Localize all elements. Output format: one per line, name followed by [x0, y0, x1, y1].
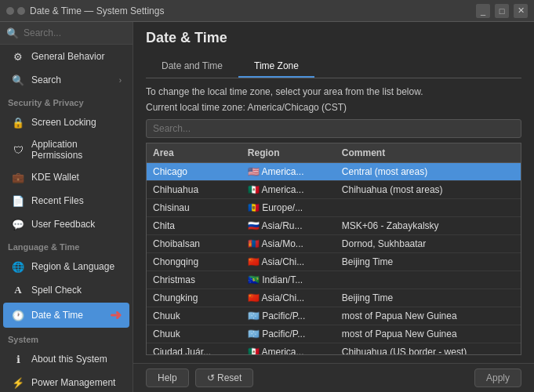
main-content: 🔍 ☰ ⚙ General Behavior 🔍 Search › Securi…	[0, 22, 534, 392]
sidebar-item-recent-files[interactable]: 📄 Recent Files	[3, 190, 129, 212]
cell-area: Chisinau	[147, 199, 242, 217]
cell-area: Chuuk	[147, 307, 242, 325]
table-row[interactable]: Chungking 🇨🇳 Asia/Chi... Beijing Time	[147, 289, 521, 307]
help-button[interactable]: Help	[146, 368, 189, 387]
red-arrow-icon: ➜	[110, 307, 122, 324]
cell-region: 🇫🇲 Pacific/P...	[242, 325, 336, 343]
sidebar-item-general-behavior[interactable]: ⚙ General Behavior	[3, 45, 129, 67]
cell-area: Chungking	[147, 289, 242, 307]
cell-region: 🇨🇳 Asia/Chi...	[242, 289, 336, 307]
cell-area: Choibalsan	[147, 235, 242, 253]
sidebar-item-label: Spell Check	[31, 285, 122, 296]
cell-comment: Beijing Time	[336, 253, 521, 271]
cell-comment: Dornod, Sukhbaatar	[336, 235, 521, 253]
table-row[interactable]: Chisinau 🇲🇩 Europe/...	[147, 199, 521, 217]
search-icon: 🔍	[6, 27, 19, 39]
sidebar-item-screen-locking[interactable]: 🔒 Screen Locking	[3, 111, 129, 133]
sidebar-item-label: Recent Files	[31, 195, 122, 206]
apply-button[interactable]: Apply	[474, 368, 521, 387]
col-header-comment: Comment	[336, 143, 521, 163]
cell-region: 🇲🇽 America...	[242, 181, 336, 199]
screen-locking-icon: 🔒	[11, 115, 25, 129]
sidebar-item-kde-wallet[interactable]: 💼 KDE Wallet	[3, 166, 129, 188]
general-behavior-icon: ⚙	[11, 49, 25, 64]
sidebar-item-spell-check[interactable]: A Spell Check	[3, 279, 129, 301]
table-row[interactable]: Chihuahua 🇲🇽 America... Chihuahua (most …	[147, 181, 521, 199]
sidebar-item-label: Date & Time	[31, 310, 104, 321]
title-bar-dots	[6, 7, 25, 15]
sidebar-item-label: General Behavior	[31, 51, 122, 62]
cell-area: Chuuk	[147, 325, 242, 343]
table-row[interactable]: Chuuk 🇫🇲 Pacific/P... most of Papua New …	[147, 307, 521, 325]
current-timezone: Current local time zone: America/Chicago…	[146, 102, 521, 113]
table-row[interactable]: Ciudad Juár... 🇲🇽 America... Chihuahua (…	[147, 343, 521, 356]
section-label-system: System	[0, 328, 133, 347]
bottom-left-buttons: Help ↺ Reset	[146, 368, 253, 387]
content-header: Date & Time	[133, 22, 534, 56]
cell-area: Christmas	[147, 271, 242, 289]
sidebar-item-label: About this System	[31, 354, 122, 365]
sidebar-item-about-system[interactable]: ℹ About this System	[3, 348, 129, 370]
cell-comment: most of Papua New Guinea	[336, 307, 521, 325]
page-title: Date & Time	[146, 30, 521, 46]
sidebar-search-input[interactable]	[24, 27, 133, 38]
power-management-icon: ⚡	[11, 376, 25, 390]
title-bar-left: Date & Time — System Settings	[6, 5, 164, 16]
content-area: Date & Time Date and Time Time Zone To c…	[133, 22, 534, 392]
spell-check-icon: A	[11, 283, 25, 297]
minimize-button[interactable]: _	[476, 4, 490, 18]
tab-time-zone[interactable]: Time Zone	[238, 56, 314, 78]
maximize-button[interactable]: □	[495, 4, 509, 18]
cell-area: Chihuahua	[147, 181, 242, 199]
dot-2[interactable]	[17, 7, 25, 15]
cell-comment	[336, 271, 521, 289]
cell-area: Chicago	[147, 163, 242, 181]
tab-date-and-time[interactable]: Date and Time	[146, 56, 238, 78]
kde-wallet-icon: 💼	[11, 170, 25, 184]
col-header-area: Area	[147, 143, 242, 163]
title-bar-controls: _ □ ✕	[476, 4, 528, 18]
cell-region: 🇨🇳 Asia/Chi...	[242, 253, 336, 271]
cell-region: 🇷🇺 Asia/Ru...	[242, 217, 336, 235]
reset-button[interactable]: ↺ Reset	[195, 368, 254, 387]
sidebar-item-user-feedback[interactable]: 💬 User Feedback	[3, 213, 129, 235]
date-time-icon: 🕐	[11, 308, 25, 322]
sidebar-item-label: Power Management	[31, 377, 122, 388]
table-header-row: Area Region Comment	[147, 143, 521, 163]
cell-region: 🇲🇳 Asia/Mo...	[242, 235, 336, 253]
timezone-search-input[interactable]	[146, 119, 521, 138]
region-language-icon: 🌐	[11, 260, 25, 274]
timezone-description: To change the local time zone, select yo…	[146, 86, 521, 97]
cell-area: Chongqing	[147, 253, 242, 271]
dot-1[interactable]	[6, 7, 14, 15]
cell-region: 🇫🇲 Pacific/P...	[242, 307, 336, 325]
table-row[interactable]: Chongqing 🇨🇳 Asia/Chi... Beijing Time	[147, 253, 521, 271]
cell-comment: most of Papua New Guinea	[336, 325, 521, 343]
title-bar: Date & Time — System Settings _ □ ✕	[0, 0, 534, 22]
user-feedback-icon: 💬	[11, 217, 25, 231]
sidebar-item-date-time[interactable]: 🕐 Date & Time ➜	[3, 303, 129, 328]
close-button[interactable]: ✕	[514, 4, 528, 18]
cell-region: 🇨🇽 Indian/T...	[242, 271, 336, 289]
sidebar-item-application-permissions[interactable]: 🛡 Application Permissions	[3, 135, 129, 165]
section-label-security: Security & Privacy	[0, 92, 133, 111]
sidebar-search-bar[interactable]: 🔍 ☰	[0, 22, 133, 45]
timezone-table-wrapper: Area Region Comment Chicago 🇺🇸 America..…	[146, 143, 521, 355]
sidebar-item-label: Region & Language	[31, 261, 122, 272]
table-row[interactable]: Choibalsan 🇲🇳 Asia/Mo... Dornod, Sukhbaa…	[147, 235, 521, 253]
sidebar-item-label: Application Permissions	[31, 139, 122, 161]
sidebar-item-power-management[interactable]: ⚡ Power Management	[3, 372, 129, 392]
table-row[interactable]: Chicago 🇺🇸 America... Central (most area…	[147, 163, 521, 181]
window-title: Date & Time — System Settings	[30, 5, 164, 16]
cell-area: Ciudad Juár...	[147, 343, 242, 356]
sidebar-item-region-language[interactable]: 🌐 Region & Language	[3, 256, 129, 278]
table-row[interactable]: Christmas 🇨🇽 Indian/T...	[147, 271, 521, 289]
table-row[interactable]: Chuuk 🇫🇲 Pacific/P... most of Papua New …	[147, 325, 521, 343]
cell-comment	[336, 199, 521, 217]
cell-area: Chita	[147, 217, 242, 235]
table-row[interactable]: Chita 🇷🇺 Asia/Ru... MSK+06 - Zabaykalsky	[147, 217, 521, 235]
sidebar-item-search[interactable]: 🔍 Search ›	[3, 69, 129, 91]
cell-comment: Central (most areas)	[336, 163, 521, 181]
cell-comment: Chihuahua (most areas)	[336, 181, 521, 199]
section-label-language: Language & Time	[0, 236, 133, 255]
